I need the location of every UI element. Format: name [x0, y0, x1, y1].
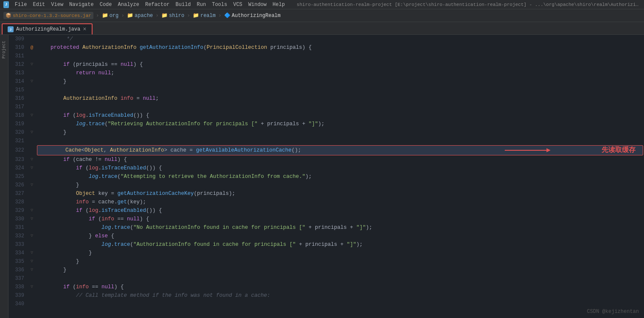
line-content-316: AuthorizationInfo info = null; — [36, 94, 644, 103]
code-line-321: 321 — [8, 137, 644, 145]
line-number: 337 — [8, 274, 28, 283]
tab-file-icon: J — [8, 26, 14, 32]
line-content-322-boxed: Cache<Object, AuthorizationInfo> cache =… — [37, 145, 643, 155]
line-number: 321 — [8, 137, 28, 145]
menu-navigate[interactable]: Navigate — [67, 1, 96, 8]
code-lines: 309 */ 310 @ protected AuthorizationInfo… — [8, 35, 644, 318]
code-line-330: 330 ▽ if (info == null) { — [8, 215, 644, 223]
breadcrumb-apache[interactable]: 📁 apache — [127, 12, 153, 19]
line-number: 335 — [8, 257, 28, 266]
menu-help[interactable]: Help — [270, 1, 287, 8]
line-content-333: log.trace("AuthorizationInfo found in ca… — [36, 240, 644, 249]
line-gutter-338: ▽ — [28, 283, 36, 291]
line-number: 324 — [8, 164, 28, 172]
line-number: 319 — [8, 120, 28, 128]
code-line-336: 336 ▽ } — [8, 266, 644, 274]
line-content-320: } — [36, 128, 644, 137]
line-number: 339 — [8, 291, 28, 300]
code-line-333: 333 log.trace("AuthorizationInfo found i… — [8, 240, 644, 249]
code-line-312: 312 ▽ if (principals == null) { — [8, 60, 644, 69]
annotation-text: 先读取缓存 — [602, 146, 636, 155]
folder-icon-shiro: 📁 — [161, 12, 168, 19]
line-number: 323 — [8, 155, 28, 164]
jar-icon: 📦 — [6, 13, 11, 18]
arrow-head-icon: ▶ — [546, 146, 551, 155]
code-line-318: 318 ▽ if (log.isTraceEnabled()) { — [8, 111, 644, 120]
line-content-339: // Call template method if the info was … — [36, 291, 644, 300]
line-number: 334 — [8, 249, 28, 257]
line-content-314: } — [36, 77, 644, 86]
window-title-path: shiro-authentication-realm-project [E:\p… — [297, 2, 641, 7]
line-gutter-318: ▽ — [28, 111, 36, 120]
breadcrumb-sep-1: › — [96, 12, 99, 19]
menu-refactor[interactable]: Refactor — [143, 1, 172, 8]
menu-file[interactable]: File — [12, 1, 30, 8]
menu-tools[interactable]: Tools — [209, 1, 230, 8]
code-line-314: 314 ▽ } — [8, 77, 644, 86]
line-number: 309 — [8, 35, 28, 43]
annotation-arrow: ▶ — [505, 146, 551, 155]
menu-bar: J File Edit View Navigate Code Analyze R… — [0, 0, 644, 9]
breadcrumb-shiro[interactable]: 📁 shiro — [161, 12, 184, 19]
breadcrumb-realm[interactable]: 📁 realm — [193, 12, 216, 19]
line-content-328: info = cache.get(key); — [36, 198, 644, 206]
line-gutter-314: ▽ — [28, 77, 36, 86]
menu-vcs[interactable]: VCS — [231, 1, 245, 8]
menu-code[interactable]: Code — [97, 1, 115, 8]
line-content-310: protected AuthorizationInfo getAuthoriza… — [36, 43, 644, 52]
folder-icon-org: 📁 — [102, 12, 108, 19]
code-line-313: 313 return null; — [8, 69, 644, 77]
folder-icon-realm: 📁 — [193, 12, 199, 19]
line-number: 327 — [8, 189, 28, 198]
line-content-325: log.trace("Attempting to retrieve the Au… — [36, 172, 644, 181]
tab-close-button[interactable]: × — [83, 26, 86, 32]
breadcrumb-org[interactable]: 📁 org — [102, 12, 119, 19]
line-content-326: } — [36, 181, 644, 189]
code-line-323: 323 ▽ if (cache != null) { — [8, 155, 644, 164]
code-line-309: 309 */ — [8, 35, 644, 43]
code-line-320: 320 ▽ } — [8, 128, 644, 137]
code-line-331: 331 log.trace("No AuthorizationInfo foun… — [8, 223, 644, 232]
line-gutter-330: ▽ — [28, 215, 36, 223]
breadcrumb-sep-5: › — [218, 12, 222, 19]
line-number: 313 — [8, 69, 28, 77]
menu-view[interactable]: View — [48, 1, 66, 8]
line-number: 312 — [8, 60, 28, 69]
left-panel-indicator: Project — [0, 35, 8, 318]
line-number: 333 — [8, 240, 28, 249]
line-number: 332 — [8, 232, 28, 240]
line-number: 331 — [8, 223, 28, 232]
line-content-335: } — [36, 257, 644, 266]
class-icon: 🔷 — [224, 12, 231, 19]
tab-authorizing-realm[interactable]: J AuthorizingRealm.java × — [2, 23, 93, 34]
menu-edit[interactable]: Edit — [30, 1, 48, 8]
line-content-309: */ — [36, 35, 644, 43]
toolbar: 📦 shiro-core-1.3.2-sources.jar › 📁 org ›… — [0, 9, 644, 22]
line-content-334: } — [36, 249, 644, 257]
line-number: 318 — [8, 111, 28, 120]
code-line-339: 339 // Call template method if the info … — [8, 291, 644, 300]
line-number: 325 — [8, 172, 28, 181]
line-gutter-335: ▽ — [28, 257, 36, 266]
line-gutter-324: ▽ — [28, 164, 36, 172]
code-line-324: 324 ▽ if (log.isTraceEnabled()) { — [8, 164, 644, 172]
line-content-332: } else { — [36, 232, 644, 240]
menu-window[interactable]: Window — [246, 1, 269, 8]
jar-breadcrumb[interactable]: 📦 shiro-core-1.3.2-sources.jar — [3, 12, 93, 19]
code-editor[interactable]: 309 */ 310 @ protected AuthorizationInfo… — [8, 35, 644, 318]
watermark: CSDN @kejizhentan — [587, 309, 639, 315]
breadcrumb-class[interactable]: 🔷 AuthorizingRealm — [224, 12, 281, 19]
line-content-319: log.trace("Retrieving AuthorizationInfo … — [36, 120, 644, 128]
line-content-312: if (principals == null) { — [36, 60, 644, 69]
line-number: 340 — [8, 300, 28, 308]
line-content-324: if (log.isTraceEnabled()) { — [36, 164, 644, 172]
line-content-327: Object key = getAuthorizationCacheKey(pr… — [36, 189, 644, 198]
line-number: 329 — [8, 206, 28, 215]
project-panel-label: Project — [2, 41, 6, 59]
menu-analyze[interactable]: Analyze — [115, 1, 142, 8]
line-gutter-334: ▽ — [28, 249, 36, 257]
menu-run[interactable]: Run — [194, 1, 209, 8]
main-layout: Project 309 */ 310 @ protected Authoriza… — [0, 35, 644, 318]
line-number: 311 — [8, 52, 28, 60]
menu-build[interactable]: Build — [173, 1, 194, 8]
